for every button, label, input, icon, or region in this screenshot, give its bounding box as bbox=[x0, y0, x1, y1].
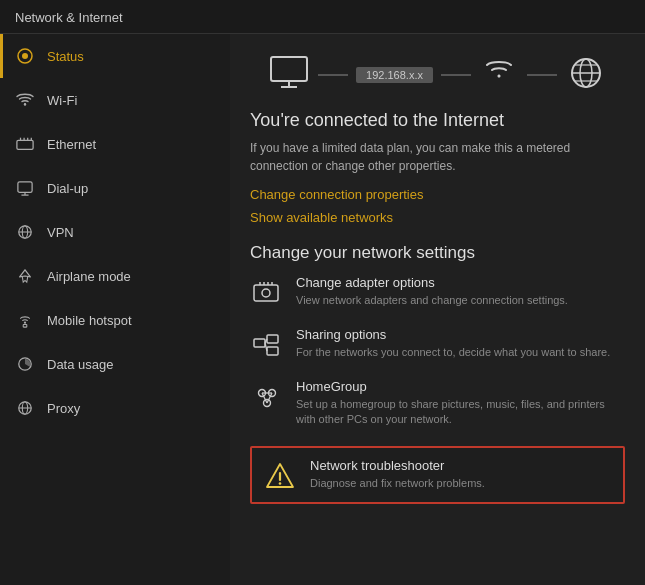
sidebar: Status Wi-Fi bbox=[0, 34, 230, 585]
sidebar-label-hotspot: Mobile hotspot bbox=[47, 313, 132, 328]
airplane-icon bbox=[15, 266, 35, 286]
title-text: Network & Internet bbox=[15, 10, 123, 25]
connected-title: You're connected to the Internet bbox=[250, 110, 625, 131]
sidebar-item-status[interactable]: Status bbox=[0, 34, 230, 78]
svg-point-48 bbox=[279, 482, 282, 485]
sidebar-label-wifi: Wi-Fi bbox=[47, 93, 77, 108]
svg-point-14 bbox=[24, 322, 26, 324]
main-content: 192.168.x.x bbox=[230, 34, 645, 585]
homegroup-settings-item: HomeGroup Set up a homegroup to share pi… bbox=[250, 379, 625, 428]
svg-point-1 bbox=[22, 53, 28, 59]
sharing-text: Sharing options For the networks you con… bbox=[296, 327, 625, 360]
sidebar-item-wifi[interactable]: Wi-Fi bbox=[0, 78, 230, 122]
wifi-signal-icon bbox=[479, 54, 519, 95]
diagram-line-3 bbox=[527, 74, 557, 76]
title-bar: Network & Internet bbox=[0, 0, 645, 34]
svg-point-2 bbox=[24, 103, 26, 105]
troubleshooter-desc: Diagnose and fix network problems. bbox=[310, 476, 611, 491]
sidebar-item-dialup[interactable]: Dial-up bbox=[0, 166, 230, 210]
wifi-icon bbox=[15, 90, 35, 110]
diagram-line-2 bbox=[441, 74, 471, 76]
sidebar-item-ethernet[interactable]: Ethernet bbox=[0, 122, 230, 166]
sidebar-label-proxy: Proxy bbox=[47, 401, 80, 416]
sharing-desc: For the networks you connect to, decide … bbox=[296, 345, 625, 360]
sidebar-item-hotspot[interactable]: Mobile hotspot bbox=[0, 298, 230, 342]
ethernet-icon bbox=[15, 134, 35, 154]
sidebar-label-airplane: Airplane mode bbox=[47, 269, 131, 284]
svg-rect-35 bbox=[254, 339, 265, 347]
network-settings-title: Change your network settings bbox=[250, 243, 625, 263]
adapter-icon bbox=[250, 277, 282, 309]
ip-badge: 192.168.x.x bbox=[356, 67, 433, 83]
sidebar-item-proxy[interactable]: Proxy bbox=[0, 386, 230, 430]
change-connection-link[interactable]: Change connection properties bbox=[250, 187, 625, 202]
proxy-icon bbox=[15, 398, 35, 418]
adapter-text: Change adapter options View network adap… bbox=[296, 275, 625, 308]
diagram-line-1 bbox=[318, 74, 348, 76]
troubleshooter-item[interactable]: Network troubleshooter Diagnose and fix … bbox=[250, 446, 625, 504]
computer-icon bbox=[268, 54, 310, 95]
homegroup-title[interactable]: HomeGroup bbox=[296, 379, 625, 394]
dialup-icon bbox=[15, 178, 35, 198]
homegroup-desc: Set up a homegroup to share pictures, mu… bbox=[296, 397, 625, 428]
troubleshooter-title: Network troubleshooter bbox=[310, 458, 611, 473]
homegroup-text: HomeGroup Set up a homegroup to share pi… bbox=[296, 379, 625, 428]
datausage-icon bbox=[15, 354, 35, 374]
svg-point-34 bbox=[262, 289, 270, 297]
sidebar-label-vpn: VPN bbox=[47, 225, 74, 240]
sidebar-item-datausage[interactable]: Data usage bbox=[0, 342, 230, 386]
sidebar-label-datausage: Data usage bbox=[47, 357, 114, 372]
network-diagram: 192.168.x.x bbox=[250, 54, 625, 95]
adapter-settings-item: Change adapter options View network adap… bbox=[250, 275, 625, 309]
svg-rect-37 bbox=[267, 347, 278, 355]
sidebar-label-status: Status bbox=[47, 49, 84, 64]
show-networks-link[interactable]: Show available networks bbox=[250, 210, 625, 225]
globe-icon bbox=[565, 54, 607, 95]
troubleshooter-icon bbox=[264, 460, 296, 492]
svg-rect-20 bbox=[271, 57, 307, 81]
homegroup-icon bbox=[250, 381, 282, 413]
sidebar-item-airplane[interactable]: Airplane mode bbox=[0, 254, 230, 298]
svg-rect-8 bbox=[18, 182, 32, 193]
status-icon bbox=[15, 46, 35, 66]
svg-rect-3 bbox=[17, 140, 33, 149]
sidebar-item-vpn[interactable]: VPN bbox=[0, 210, 230, 254]
hotspot-icon bbox=[15, 310, 35, 330]
adapter-desc: View network adapters and change connect… bbox=[296, 293, 625, 308]
vpn-icon bbox=[15, 222, 35, 242]
connected-description: If you have a limited data plan, you can… bbox=[250, 139, 625, 175]
sharing-icon bbox=[250, 329, 282, 361]
content-area: Status Wi-Fi bbox=[0, 34, 645, 585]
adapter-title[interactable]: Change adapter options bbox=[296, 275, 625, 290]
troubleshooter-text: Network troubleshooter Diagnose and fix … bbox=[310, 458, 611, 491]
svg-rect-15 bbox=[23, 324, 27, 327]
sharing-title[interactable]: Sharing options bbox=[296, 327, 625, 342]
sidebar-label-dialup: Dial-up bbox=[47, 181, 88, 196]
svg-rect-36 bbox=[267, 335, 278, 343]
sharing-settings-item: Sharing options For the networks you con… bbox=[250, 327, 625, 361]
svg-rect-29 bbox=[254, 285, 278, 301]
sidebar-label-ethernet: Ethernet bbox=[47, 137, 96, 152]
svg-point-23 bbox=[497, 75, 500, 78]
